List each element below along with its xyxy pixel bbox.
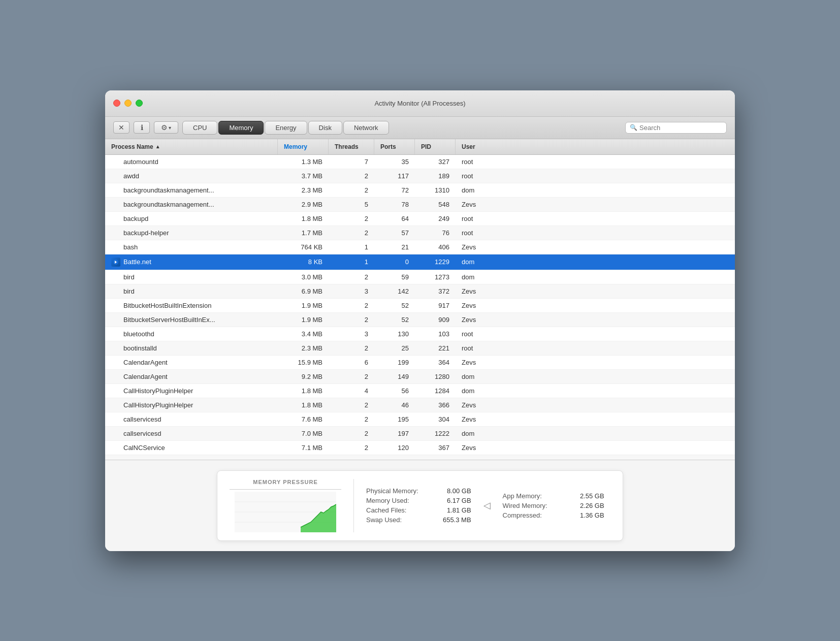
swap-used-value: 655.3 MB [431,516,471,524]
table-row[interactable]: awdd3.7 MB2117189root [105,169,735,183]
table-row[interactable]: bluetoothd3.4 MB3130103root [105,327,735,341]
cell-memory: 3.7 MB [278,169,329,183]
col-header-threads[interactable]: Threads [329,139,374,154]
cell-user: root [456,212,735,226]
stop-button[interactable]: ✕ [113,121,130,134]
traffic-lights [113,100,143,107]
cell-threads: 1 [329,240,374,254]
info-icon: ℹ [141,123,143,132]
cell-threads: 2 [329,313,374,327]
compressed-label: Compressed: [503,511,542,519]
cell-pid: 1273 [415,270,456,284]
table-row[interactable]: CalendarAgent9.2 MB21491280dom [105,370,735,384]
cell-ports: 64 [374,212,415,226]
process-name: backupd [123,215,148,222]
minimize-button[interactable] [124,100,132,107]
cell-threads: 2 [329,299,374,312]
process-name: callservicesd [123,430,161,437]
wired-memory-label: Wired Memory: [503,502,547,509]
table-row[interactable]: CalNCService7.1 MB2120367Zevs [105,441,735,455]
cell-user: Zevs [456,398,735,412]
col-header-memory[interactable]: Memory [278,139,329,154]
tab-disk[interactable]: Disk [308,121,342,135]
cell-memory: 2.3 MB [278,183,329,197]
cell-threads: 1 [329,254,374,270]
bottom-stats-panel: MEMORY PRESSURE [105,460,735,551]
maximize-button[interactable] [136,100,143,107]
stat-row-physical: Physical Memory: 8.00 GB [366,487,471,495]
pressure-divider [230,489,341,490]
table-row[interactable]: BitbucketHostBuiltInExtension1.9 MB25291… [105,299,735,313]
table-row[interactable]: bash764 KB121406Zevs [105,240,735,254]
memory-used-value: 6.17 GB [431,497,471,504]
cell-ports: 117 [374,169,415,183]
tab-cpu[interactable]: CPU [182,121,217,135]
table-row[interactable]: callservicesd7.6 MB2195304Zevs [105,412,735,427]
cell-memory: 1.7 MB [278,226,329,240]
cached-files-label: Cached Files: [366,506,406,514]
gear-button[interactable]: ⚙ ▾ [154,121,178,134]
col-header-process-name[interactable]: Process Name ▲ [105,139,278,154]
table-row[interactable]: callservicesd7.0 MB21971222dom [105,427,735,441]
cell-memory: 7.1 MB [278,441,329,455]
cell-pid: 917 [415,299,456,312]
process-name: bird [123,273,135,281]
cell-pid: 1310 [415,183,456,197]
cell-pid: 548 [415,198,456,211]
table-row[interactable]: CallHistoryPluginHelper1.8 MB4561284dom [105,384,735,398]
table-row[interactable]: backupd1.8 MB264249root [105,212,735,226]
table-row[interactable]: bird6.9 MB3142372Zevs [105,284,735,299]
cell-user: Zevs [456,299,735,312]
tab-network[interactable]: Network [343,121,389,135]
cell-ports: 199 [374,356,415,369]
cell-pid: 367 [415,441,456,455]
tab-memory[interactable]: Memory [218,121,264,135]
cell-memory: 1.8 MB [278,212,329,226]
process-name: CallHistoryPluginHelper [123,387,193,395]
table-row[interactable]: CalNCService5.9 MB21121288dom [105,455,735,460]
tab-energy[interactable]: Energy [265,121,307,135]
col-header-ports[interactable]: Ports [374,139,415,154]
process-icon [111,258,120,267]
cell-threads: 4 [329,384,374,398]
cell-ports: 195 [374,412,415,426]
table-row[interactable]: backgroundtaskmanagement...2.3 MB2721310… [105,183,735,198]
compressed-value: 1.36 GB [564,511,604,519]
process-name: CalNCService [123,444,165,452]
cell-ports: 52 [374,299,415,312]
cell-threads: 2 [329,370,374,383]
col-header-user[interactable]: User [456,139,735,154]
inspect-button[interactable]: ℹ [134,121,150,134]
search-box[interactable]: 🔍 [625,122,727,134]
cell-user: dom [456,183,735,197]
cell-memory: 8 KB [278,254,329,270]
table-row[interactable]: backgroundtaskmanagement...2.9 MB578548Z… [105,198,735,212]
table-row[interactable]: BitbucketServerHostBuiltInEx...1.9 MB252… [105,313,735,327]
stat-row-used: Memory Used: 6.17 GB [366,497,471,504]
table-row[interactable]: Battle.net8 KB101229dom [105,254,735,270]
table-row[interactable]: automountd1.3 MB735327root [105,155,735,169]
cell-user: Zevs [456,284,735,298]
stat-row-app-memory: App Memory: 2.55 GB [503,492,604,500]
cell-threads: 2 [329,341,374,355]
cell-ports: 72 [374,183,415,197]
window-title: Activity Monitor (All Processes) [374,100,465,107]
table-row[interactable]: CalendarAgent15.9 MB6199364Zevs [105,356,735,370]
close-button[interactable] [113,100,120,107]
arrow-divider: ◁ [483,500,491,511]
stop-icon: ✕ [118,123,124,132]
col-header-pid[interactable]: PID [415,139,456,154]
table-row[interactable]: CallHistoryPluginHelper1.8 MB246366Zevs [105,398,735,412]
table-row[interactable]: backupd-helper1.7 MB25776root [105,226,735,240]
cell-threads: 3 [329,284,374,298]
physical-memory-value: 8.00 GB [431,487,471,495]
cell-threads: 2 [329,226,374,240]
table-row[interactable]: bird3.0 MB2591273dom [105,270,735,284]
title-bar: Activity Monitor (All Processes) [105,90,735,117]
table-row[interactable]: bootinstalld2.3 MB225221root [105,341,735,356]
cell-threads: 2 [329,270,374,284]
cell-threads: 2 [329,441,374,455]
cell-threads: 7 [329,155,374,169]
cell-pid: 364 [415,356,456,369]
search-input[interactable] [639,124,721,132]
